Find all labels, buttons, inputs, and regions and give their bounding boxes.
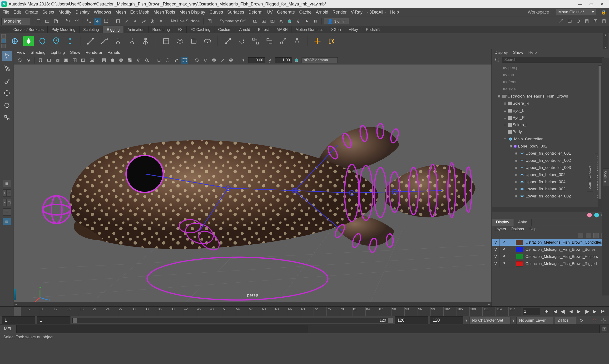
- workspace-select[interactable]: Maya Classic* ▾: [556, 9, 596, 15]
- step-forward-key-icon[interactable]: ▶|: [592, 308, 598, 315]
- set-driven-key-icon[interactable]: [312, 36, 323, 46]
- layer-p-toggle[interactable]: P: [500, 239, 508, 246]
- time-slider[interactable]: 3691215182124273033363942454851545760636…: [0, 306, 609, 316]
- symmetry-label[interactable]: Symmetry: Off: [218, 19, 247, 24]
- lock-icon[interactable]: 🔒: [600, 9, 607, 15]
- expression-icon[interactable]: [326, 36, 336, 46]
- cluster-icon[interactable]: C: [175, 36, 185, 46]
- ik-spline-icon[interactable]: [99, 36, 109, 46]
- toggle-modeling-toolkit-icon[interactable]: [557, 18, 565, 25]
- outliner-color-a-icon[interactable]: [587, 213, 592, 218]
- main-menu-mesh-display[interactable]: Mesh Display: [179, 10, 205, 15]
- current-time-field[interactable]: [523, 308, 540, 315]
- vp-gate-mask-icon[interactable]: [63, 57, 70, 64]
- vp-aa-icon[interactable]: [219, 57, 226, 64]
- hik-char-icon[interactable]: [65, 36, 75, 46]
- range-start-field[interactable]: [37, 316, 70, 324]
- main-menu-create[interactable]: Create: [25, 10, 38, 15]
- main-menu-select[interactable]: Select: [42, 10, 54, 15]
- shelf-tab-animation[interactable]: Animation: [124, 26, 148, 33]
- shelf-tab-mash[interactable]: MASH: [273, 26, 292, 33]
- outliner-scrollbar-h[interactable]: [492, 207, 609, 211]
- expand-icon[interactable]: ⊞: [515, 173, 518, 177]
- shelf-tab-bifrost[interactable]: Bifrost: [254, 26, 273, 33]
- main-menu-arnold[interactable]: Arnold: [316, 10, 328, 15]
- quick-rig-icon[interactable]: [37, 36, 48, 46]
- vp-select-camera-icon[interactable]: [16, 57, 23, 64]
- layer-color-swatch[interactable]: [516, 247, 523, 252]
- viewport-scrollbar-h[interactable]: [14, 302, 491, 306]
- move-tool[interactable]: [2, 88, 12, 98]
- outliner-menu-display[interactable]: Display: [494, 50, 508, 55]
- snap-curve-icon[interactable]: [123, 18, 130, 25]
- tree-item-front[interactable]: ■<front: [492, 78, 609, 86]
- layer-v-toggle[interactable]: V: [492, 246, 500, 253]
- vp-xray-joints-icon[interactable]: [172, 57, 180, 64]
- play-forward-icon[interactable]: ▶: [576, 308, 582, 315]
- vp-image-plane-icon[interactable]: [45, 57, 53, 64]
- toggle-tool-settings-icon[interactable]: [592, 18, 599, 25]
- toggle-xray-icon[interactable]: [575, 18, 582, 25]
- playblast-icon[interactable]: [303, 18, 310, 25]
- vp-env-ball-icon[interactable]: [193, 57, 200, 64]
- viewport-menu-view[interactable]: View: [17, 50, 26, 55]
- shelf-tab-xgen[interactable]: XGen: [327, 26, 345, 33]
- tree-item-sclera_l[interactable]: ⊞Sclera_L: [492, 121, 609, 129]
- auto-key-icon[interactable]: [591, 317, 598, 324]
- layer-color-swatch[interactable]: [516, 254, 523, 259]
- vp-wireframe-icon[interactable]: [100, 57, 107, 64]
- layer-menu-options[interactable]: Options: [511, 227, 524, 231]
- layout-add-icon[interactable]: +: [3, 189, 7, 196]
- layer-extra-toggle[interactable]: [508, 239, 516, 246]
- vp-bookmark-icon[interactable]: [37, 57, 44, 64]
- vp-gamma-icon[interactable]: γ: [266, 57, 273, 64]
- time-marker[interactable]: [14, 307, 20, 316]
- shelf-tab-curves-surfaces[interactable]: Curves / Surfaces: [10, 26, 48, 33]
- menu-set-select[interactable]: Modeling: [1, 18, 30, 25]
- select-mode-component-icon[interactable]: [102, 18, 109, 25]
- select-tool[interactable]: [2, 51, 12, 61]
- joint-tool-icon[interactable]: [10, 36, 20, 46]
- shelf-layout-toggle[interactable]: [1, 34, 6, 48]
- shelf-tab-redshift[interactable]: Redshift: [362, 26, 384, 33]
- layer-menu-layers[interactable]: Layers: [494, 227, 506, 231]
- snap-point-icon[interactable]: [132, 18, 139, 25]
- layer-extra-toggle[interactable]: [508, 246, 516, 253]
- main-menu-curves[interactable]: Curves: [210, 10, 223, 15]
- snap-plane-icon[interactable]: [140, 18, 147, 25]
- vp-wire-shaded-icon[interactable]: [118, 57, 125, 64]
- tree-item-ostracion_meleagris_fish_brown[interactable]: ⊟Ostracion_Meleagris_Fish_Brown: [492, 93, 609, 100]
- vp-motion-blur-icon[interactable]: [202, 57, 209, 64]
- layer-row[interactable]: VPOstracion_Meleagris_Fish_Brown_Rigged: [492, 260, 609, 267]
- blendshape-icon[interactable]: [202, 36, 213, 46]
- expand-icon[interactable]: ⊟: [497, 95, 501, 98]
- layer-new-empty-icon[interactable]: [593, 233, 598, 238]
- expand-icon[interactable]: ⊞: [515, 180, 518, 184]
- layer-tab-anim[interactable]: Anim: [514, 219, 532, 226]
- shelf-tab-fx-caching[interactable]: FX Caching: [186, 26, 214, 33]
- viewport-menu-shading[interactable]: Shading: [31, 50, 45, 55]
- undo-icon[interactable]: [65, 18, 72, 25]
- layer-move-up-icon[interactable]: [578, 233, 583, 238]
- fps-select[interactable]: 24 fps: [555, 317, 576, 324]
- lattice-icon[interactable]: [161, 36, 171, 46]
- side-tab-attribute-editor[interactable]: Attribute Editor: [587, 163, 593, 192]
- new-scene-icon[interactable]: [35, 18, 42, 25]
- play-backward-icon[interactable]: ◀: [568, 308, 574, 315]
- shelf-tab-motion-graphics[interactable]: Motion Graphics: [292, 26, 328, 33]
- layer-row[interactable]: VPOstracion_Meleagris_Fish_Brown_Bones: [492, 246, 609, 253]
- exposure-field[interactable]: 0.00: [248, 57, 265, 63]
- layout-persp-outliner-icon[interactable]: ▤: [3, 218, 11, 225]
- expand-icon[interactable]: ⊞: [503, 109, 507, 112]
- paint-weights-icon[interactable]: [127, 36, 137, 46]
- main-menu-generate[interactable]: Generate: [277, 10, 295, 15]
- tree-item-upper_fin_controller_001[interactable]: ⊞✲Upper_fin_controller_001: [492, 150, 609, 157]
- layout-outliner-icon[interactable]: ☰: [3, 208, 11, 216]
- hypershade-icon[interactable]: [286, 18, 293, 25]
- command-input[interactable]: [17, 325, 308, 333]
- outliner-color-b-icon[interactable]: [594, 213, 599, 218]
- color-mgmt-select[interactable]: sRGB gamma: [302, 57, 338, 63]
- tree-item-sclera_r[interactable]: ⊞Sclera_R: [492, 100, 609, 107]
- side-tab-outliner[interactable]: Outliner: [603, 169, 609, 186]
- open-scene-icon[interactable]: [44, 18, 51, 25]
